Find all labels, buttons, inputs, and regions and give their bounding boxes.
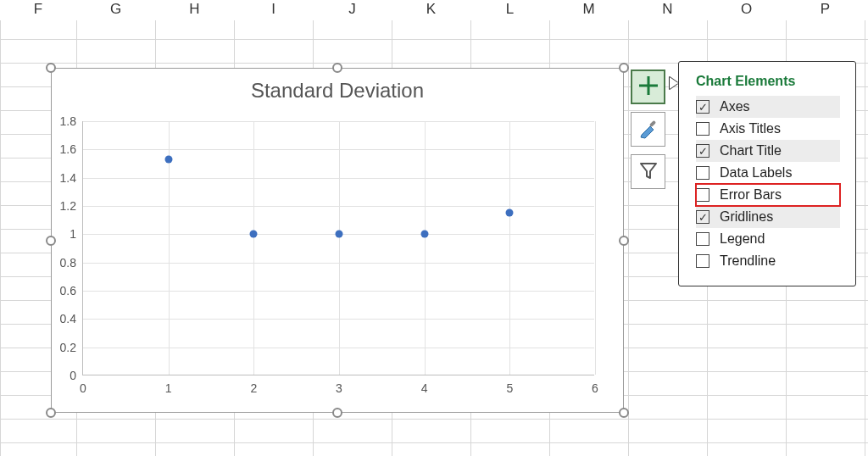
- checkbox[interactable]: [696, 188, 709, 202]
- cell-border: [0, 419, 868, 420]
- y-axis-tick: 0.6: [42, 284, 76, 298]
- data-point[interactable]: [164, 156, 172, 164]
- option-label: Legend: [720, 231, 765, 247]
- chart-gridline: [83, 291, 594, 292]
- chart-gridline: [83, 263, 594, 264]
- column-header-g[interactable]: G: [76, 0, 155, 19]
- column-header-m[interactable]: M: [549, 0, 628, 19]
- data-point[interactable]: [420, 231, 428, 238]
- chart-element-option-axis-titles[interactable]: Axis Titles: [696, 118, 840, 140]
- y-axis-tick: 1.4: [42, 171, 76, 185]
- x-axis-tick: 4: [408, 381, 442, 395]
- chart-elements-flyout[interactable]: Chart Elements ✓AxesAxis Titles✓Chart Ti…: [678, 61, 856, 286]
- selection-handle[interactable]: [46, 236, 56, 246]
- chart-gridline: [595, 121, 596, 375]
- chart-filters-button[interactable]: [631, 154, 665, 189]
- chart-container[interactable]: Standard Deviation 012345600.20.40.60.81…: [51, 68, 624, 413]
- column-header-j[interactable]: J: [313, 0, 392, 19]
- funnel-icon: [637, 159, 659, 185]
- selection-handle[interactable]: [332, 408, 342, 418]
- column-header-l[interactable]: L: [470, 0, 549, 19]
- option-label: Gridlines: [720, 209, 773, 225]
- chart-element-option-error-bars[interactable]: Error Bars: [696, 184, 840, 206]
- x-axis-tick: 2: [236, 381, 270, 395]
- data-point[interactable]: [336, 231, 343, 238]
- chart-element-option-chart-title[interactable]: ✓Chart Title: [696, 140, 840, 162]
- check-icon: ✓: [698, 102, 708, 113]
- check-icon: ✓: [698, 146, 708, 157]
- checkbox[interactable]: ✓: [696, 144, 709, 158]
- checkbox[interactable]: [696, 122, 709, 136]
- checkbox[interactable]: ✓: [696, 210, 709, 224]
- data-point[interactable]: [506, 209, 514, 217]
- column-header-i[interactable]: I: [234, 0, 313, 19]
- plot-area[interactable]: 012345600.20.40.60.811.21.41.61.8: [82, 121, 594, 375]
- check-icon: ✓: [698, 212, 708, 223]
- option-label: Axes: [720, 99, 750, 114]
- selection-handle[interactable]: [619, 236, 629, 246]
- cell-border: [865, 0, 865, 456]
- selection-handle[interactable]: [46, 408, 56, 418]
- column-header-p[interactable]: P: [786, 0, 865, 19]
- option-label: Data Labels: [720, 165, 792, 181]
- y-axis-tick: 1.8: [42, 114, 76, 128]
- checkbox[interactable]: [696, 232, 709, 246]
- checkbox[interactable]: ✓: [696, 100, 709, 114]
- chart-gridline: [83, 206, 594, 207]
- column-header-f[interactable]: F: [0, 0, 76, 19]
- spreadsheet-grid[interactable]: FGHIJKLMNOPQ Standard Deviation 01234560…: [0, 0, 868, 456]
- x-axis-tick: 5: [492, 381, 526, 395]
- option-label: Axis Titles: [720, 121, 781, 136]
- checkbox[interactable]: [696, 254, 709, 268]
- cell-border: [0, 39, 868, 40]
- chart-elements-button[interactable]: [631, 70, 665, 104]
- column-header-n[interactable]: N: [628, 0, 707, 19]
- x-axis-tick: 6: [578, 381, 612, 395]
- plus-icon: [637, 75, 659, 100]
- selection-handle[interactable]: [619, 63, 629, 73]
- chart-title[interactable]: Standard Deviation: [103, 79, 572, 103]
- selection-handle[interactable]: [332, 63, 342, 73]
- y-axis-tick: 1.2: [42, 199, 76, 213]
- x-axis-tick: 0: [66, 381, 100, 395]
- y-axis-tick: 0: [42, 369, 76, 382]
- option-label: Chart Title: [720, 143, 782, 158]
- column-header-row: FGHIJKLMNOPQ: [0, 0, 868, 20]
- chart-gridline: [253, 121, 254, 375]
- chart-gridline: [83, 149, 594, 150]
- chart-gridline: [509, 121, 510, 375]
- chart-gridline: [83, 348, 594, 348]
- cell-border: [0, 442, 868, 443]
- cell-border: [0, 0, 1, 456]
- column-header-h[interactable]: H: [155, 0, 234, 19]
- option-label: Error Bars: [720, 187, 782, 203]
- chart-gridline: [425, 121, 426, 375]
- x-axis-tick: 1: [152, 381, 186, 395]
- chart-gridline: [83, 319, 594, 320]
- chart-gridline: [83, 121, 594, 122]
- column-header-k[interactable]: K: [392, 0, 470, 19]
- y-axis-tick: 0.8: [42, 256, 76, 270]
- y-axis-tick: 0.2: [42, 341, 76, 354]
- chart-element-option-gridlines[interactable]: ✓Gridlines: [696, 206, 840, 228]
- chart-element-option-axes[interactable]: ✓Axes: [696, 96, 840, 118]
- selection-handle[interactable]: [619, 408, 629, 418]
- chart-element-option-data-labels[interactable]: Data Labels: [696, 162, 840, 184]
- chart-element-option-legend[interactable]: Legend: [696, 228, 840, 250]
- y-axis-tick: 0.4: [42, 312, 76, 325]
- y-axis-tick: 1.6: [42, 142, 76, 156]
- selection-handle[interactable]: [46, 63, 56, 73]
- flyout-pointer-icon: [670, 77, 678, 89]
- x-axis-tick: 3: [322, 381, 356, 395]
- data-point[interactable]: [250, 231, 258, 238]
- flyout-title: Chart Elements: [696, 74, 840, 89]
- chart-styles-button[interactable]: [631, 112, 665, 147]
- chart-gridline: [83, 178, 594, 179]
- chart-element-option-trendline[interactable]: Trendline: [696, 250, 840, 272]
- brush-icon: [637, 117, 659, 142]
- option-label: Trendline: [720, 253, 776, 269]
- column-header-q[interactable]: Q: [865, 0, 868, 19]
- column-header-o[interactable]: O: [707, 0, 786, 19]
- checkbox[interactable]: [696, 166, 709, 180]
- chart-gridline: [339, 121, 340, 375]
